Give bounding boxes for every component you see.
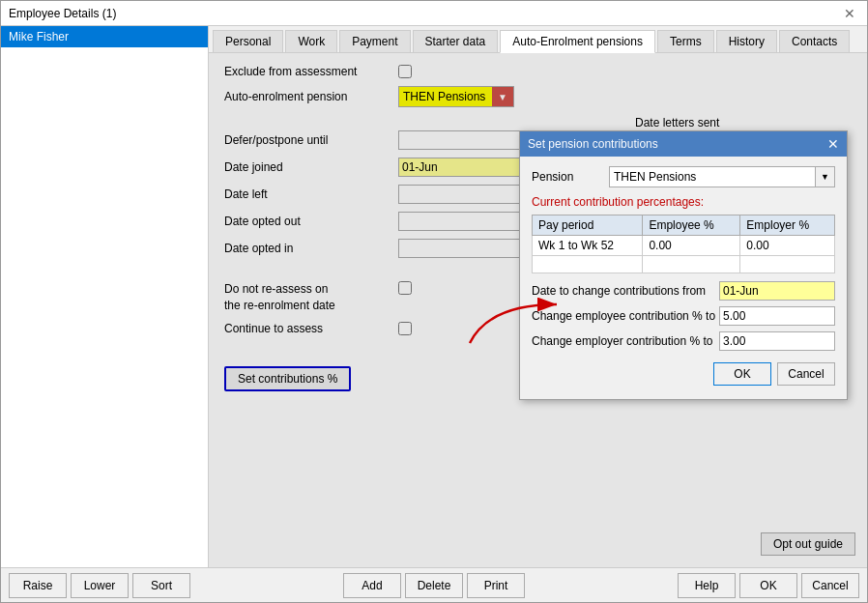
tab-payment[interactable]: Payment xyxy=(339,30,410,52)
change-employer-input[interactable] xyxy=(719,331,835,351)
modal-pension-dropdown[interactable]: THEN Pensions ▼ xyxy=(609,166,835,187)
window-close-button[interactable]: ✕ xyxy=(840,6,859,21)
contributions-table: Pay period Employee % Employer % Wk 1 to… xyxy=(532,215,835,273)
table-row-empty xyxy=(533,256,835,273)
sort-button[interactable]: Sort xyxy=(132,573,190,598)
tab-content-auto-enrolment: Exclude from assessment Auto-enrolment p… xyxy=(209,53,867,567)
change-employer-label: Change employer contribution % to xyxy=(532,334,719,348)
change-employee-row: Change employee contribution % to xyxy=(532,306,835,326)
cell-pay-period: Wk 1 to Wk 52 xyxy=(533,236,643,256)
raise-button[interactable]: Raise xyxy=(9,573,67,598)
tabs-container: Personal Work Payment Starter data Auto-… xyxy=(209,26,867,53)
help-button[interactable]: Help xyxy=(678,573,736,598)
delete-button[interactable]: Delete xyxy=(405,573,463,598)
table-row: Wk 1 to Wk 52 0.00 0.00 xyxy=(533,236,835,256)
tab-history[interactable]: History xyxy=(716,30,777,52)
bottom-bar: Raise Lower Sort Add Delete Print Help O… xyxy=(1,567,867,602)
left-panel: Mike Fisher xyxy=(1,26,209,567)
title-bar: Employee Details (1) ✕ xyxy=(1,1,867,26)
tab-starter-data[interactable]: Starter data xyxy=(413,30,499,52)
main-content: Mike Fisher Personal Work Payment Starte… xyxy=(1,26,867,567)
modal-ok-button[interactable]: OK xyxy=(713,362,771,386)
right-panel: Personal Work Payment Starter data Auto-… xyxy=(209,26,867,567)
add-button[interactable]: Add xyxy=(343,573,401,598)
col-pay-period: Pay period xyxy=(533,215,643,236)
main-window: Employee Details (1) ✕ Mike Fisher Perso… xyxy=(0,0,868,603)
modal-pension-label: Pension xyxy=(532,170,609,184)
change-employee-input[interactable] xyxy=(719,306,835,326)
ok-button[interactable]: OK xyxy=(739,573,797,598)
tab-contacts[interactable]: Contacts xyxy=(779,30,850,52)
modal-title-bar: Set pension contributions ✕ xyxy=(520,131,847,157)
current-contributions-label: Current contribution percentages: xyxy=(532,195,835,209)
change-employee-label: Change employee contribution % to xyxy=(532,309,719,323)
modal-buttons: OK Cancel xyxy=(532,357,835,389)
modal-close-button[interactable]: ✕ xyxy=(827,136,839,152)
change-employer-row: Change employer contribution % to xyxy=(532,331,835,351)
date-change-row: Date to change contributions from xyxy=(532,281,835,301)
modal-overlay: Set pension contributions ✕ Pension THEN… xyxy=(209,53,867,567)
window-title: Employee Details (1) xyxy=(9,7,116,20)
date-change-label: Date to change contributions from xyxy=(532,284,719,298)
print-button[interactable]: Print xyxy=(467,573,525,598)
modal-title: Set pension contributions xyxy=(528,137,658,151)
employee-name[interactable]: Mike Fisher xyxy=(1,26,208,47)
lower-button[interactable]: Lower xyxy=(71,573,129,598)
date-change-input[interactable] xyxy=(719,281,835,301)
col-employer-pct: Employer % xyxy=(740,215,835,236)
cell-employer-pct: 0.00 xyxy=(740,236,835,256)
pension-contributions-modal: Set pension contributions ✕ Pension THEN… xyxy=(519,130,848,400)
tab-terms[interactable]: Terms xyxy=(657,30,714,52)
tab-personal[interactable]: Personal xyxy=(213,30,283,52)
modal-pension-chevron[interactable]: ▼ xyxy=(815,167,834,187)
modal-pension-row: Pension THEN Pensions ▼ xyxy=(532,166,835,187)
tab-auto-enrolment[interactable]: Auto-Enrolment pensions xyxy=(500,30,655,53)
cell-employee-pct: 0.00 xyxy=(643,236,740,256)
modal-pension-value: THEN Pensions xyxy=(610,170,815,184)
modal-content: Pension THEN Pensions ▼ Current contribu… xyxy=(520,157,847,399)
modal-cancel-button[interactable]: Cancel xyxy=(777,362,835,386)
col-employee-pct: Employee % xyxy=(643,215,740,236)
tab-work[interactable]: Work xyxy=(285,30,337,52)
cancel-button[interactable]: Cancel xyxy=(801,573,859,598)
